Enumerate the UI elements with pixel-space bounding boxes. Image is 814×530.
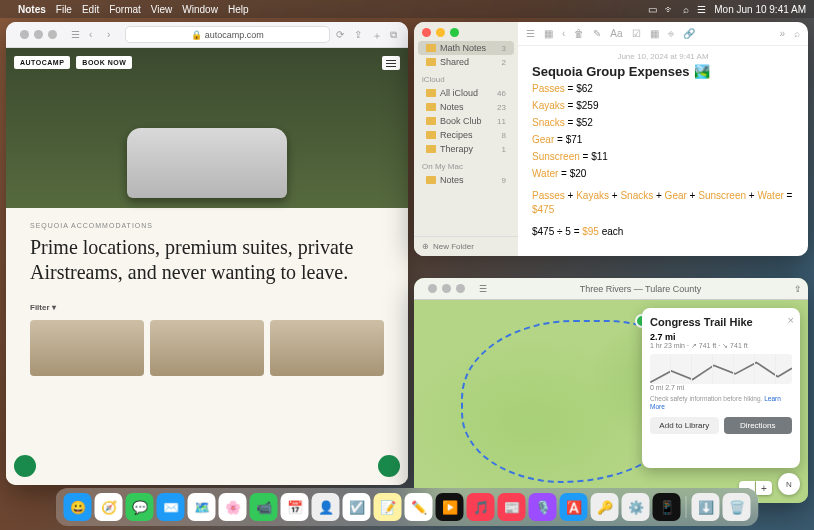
forward-icon[interactable]: ›	[107, 29, 119, 41]
dock-reminders[interactable]: ☑️	[343, 493, 371, 521]
dock-safari[interactable]: 🧭	[95, 493, 123, 521]
hike-name: Congress Trail Hike	[650, 316, 792, 328]
compass-icon[interactable]: N	[778, 473, 800, 495]
folder-therapy[interactable]: Therapy1	[418, 142, 514, 156]
dock-appstore[interactable]: 🅰️	[560, 493, 588, 521]
dock-photos[interactable]: 🌸	[219, 493, 247, 521]
folder-icon	[426, 176, 436, 184]
window-controls[interactable]	[420, 278, 473, 299]
menu-bar: Notes File Edit Format View Window Help …	[0, 0, 814, 18]
tabs-icon[interactable]: ⧉	[390, 29, 402, 41]
dock-maps[interactable]: 🗺️	[188, 493, 216, 521]
menu-window[interactable]: Window	[182, 4, 218, 15]
dock-finder[interactable]: 😀	[64, 493, 92, 521]
maps-window: ☰ Three Rivers — Tulare County ⇪ × Congr…	[414, 278, 808, 503]
dock-settings[interactable]: ⚙️	[622, 493, 650, 521]
format-icon[interactable]: Aa	[610, 28, 622, 39]
clock[interactable]: Mon Jun 10 9:41 AM	[714, 4, 806, 15]
accommodation-thumbs	[30, 320, 384, 376]
window-controls[interactable]	[414, 22, 518, 41]
new-note-icon[interactable]: ✎	[593, 28, 601, 39]
menu-edit[interactable]: Edit	[82, 4, 99, 15]
headline: Prime locations, premium suites, private…	[30, 235, 384, 285]
folder-math-notes[interactable]: Math Notes3	[418, 41, 514, 55]
dock-contacts[interactable]: 👤	[312, 493, 340, 521]
dock-music[interactable]: 🎵	[467, 493, 495, 521]
menu-view[interactable]: View	[151, 4, 173, 15]
menu-format[interactable]: Format	[109, 4, 141, 15]
dock-facetime[interactable]: 📹	[250, 493, 278, 521]
map-canvas[interactable]: × Congress Trail Hike 2.7 mi 1 hr 23 min…	[414, 300, 808, 503]
hamburger-icon[interactable]	[382, 56, 400, 70]
close-icon[interactable]: ×	[788, 314, 794, 326]
search-icon[interactable]: ⌕	[683, 4, 689, 15]
dock-news[interactable]: 📰	[498, 493, 526, 521]
dock-trash[interactable]: 🗑️	[723, 493, 751, 521]
reload-icon[interactable]: ⟳	[336, 29, 348, 41]
back-icon[interactable]: ‹	[89, 29, 101, 41]
checklist-icon[interactable]: ☑	[632, 28, 641, 39]
share-icon[interactable]: ⇪	[794, 284, 802, 294]
folder-notes[interactable]: Notes9	[418, 173, 514, 187]
note-content[interactable]: June 10, 2024 at 9:41 AM Sequoia Group E…	[518, 46, 808, 245]
accessibility-fab[interactable]	[378, 455, 400, 477]
filter-button[interactable]: Filter ▾	[30, 303, 384, 312]
thumb-2[interactable]	[150, 320, 264, 376]
address-bar[interactable]: 🔒 autocamp.com	[125, 26, 330, 43]
media-icon[interactable]: ⎆	[668, 28, 674, 39]
wifi-icon[interactable]: ᯤ	[665, 4, 675, 15]
folder-shared[interactable]: Shared2	[418, 55, 514, 69]
dock: 😀🧭💬✉️🗺️🌸📹📅👤☑️📝✏️▶️🎵📰🎙️🅰️🔑⚙️📱 ⬇️🗑️	[56, 488, 759, 526]
dock-iphone[interactable]: 📱	[653, 493, 681, 521]
new-folder-button[interactable]: ⊕ New Folder	[414, 236, 518, 256]
window-controls[interactable]	[12, 24, 65, 45]
book-now-button[interactable]: BOOK NOW	[76, 56, 132, 69]
notes-sidebar: Math Notes3Shared2 iCloud All iCloud46No…	[414, 22, 518, 256]
control-center-icon[interactable]: ☰	[697, 4, 706, 15]
dock-mail[interactable]: ✉️	[157, 493, 185, 521]
airstream-image	[127, 128, 287, 198]
brand-logo[interactable]: AUTOCAMP	[14, 56, 70, 69]
dock-tv[interactable]: ▶️	[436, 493, 464, 521]
dock-messages[interactable]: 💬	[126, 493, 154, 521]
hike-distance: 2.7 mi	[650, 332, 792, 342]
sidebar-icon[interactable]: ☰	[479, 284, 487, 294]
battery-icon[interactable]: ▭	[648, 4, 657, 15]
section-eyebrow: SEQUOIA ACCOMMODATIONS	[30, 222, 384, 229]
app-menu[interactable]: Notes	[18, 4, 46, 15]
share-icon[interactable]: ⇪	[354, 29, 366, 41]
dock-downloads[interactable]: ⬇️	[692, 493, 720, 521]
dock-podcasts[interactable]: 🎙️	[529, 493, 557, 521]
more-icon[interactable]: »	[779, 28, 785, 39]
dock-freeform[interactable]: ✏️	[405, 493, 433, 521]
hike-card: × Congress Trail Hike 2.7 mi 1 hr 23 min…	[642, 308, 800, 468]
elevation-chart	[650, 354, 792, 384]
menu-help[interactable]: Help	[228, 4, 249, 15]
section-mac: On My Mac	[414, 160, 518, 173]
newtab-icon[interactable]: ＋	[372, 29, 384, 41]
dock-calendar[interactable]: 📅	[281, 493, 309, 521]
view-grid-icon[interactable]: ▦	[544, 28, 553, 39]
thumb-1[interactable]	[30, 320, 144, 376]
link-icon[interactable]: 🔗	[683, 28, 695, 39]
view-list-icon[interactable]: ☰	[526, 28, 535, 39]
folder-icon	[426, 103, 436, 111]
thumb-3[interactable]	[270, 320, 384, 376]
folder-recipes[interactable]: Recipes8	[418, 128, 514, 142]
trash-icon[interactable]: 🗑	[574, 28, 584, 39]
dock-passwords[interactable]: 🔑	[591, 493, 619, 521]
safety-warning: Check safety information before hiking. …	[650, 395, 792, 411]
menu-file[interactable]: File	[56, 4, 72, 15]
directions-button[interactable]: Directions	[724, 417, 793, 434]
table-icon[interactable]: ▦	[650, 28, 659, 39]
folder-book-club[interactable]: Book Club11	[418, 114, 514, 128]
back-icon[interactable]: ‹	[562, 28, 565, 39]
search-icon[interactable]: ⌕	[794, 28, 800, 39]
folder-all-icloud[interactable]: All iCloud46	[418, 86, 514, 100]
folder-notes[interactable]: Notes23	[418, 100, 514, 114]
sidebar-icon[interactable]: ☰	[71, 29, 83, 41]
dock-notes[interactable]: 📝	[374, 493, 402, 521]
expense-snacks: Snacks = $52	[532, 116, 794, 130]
chat-fab[interactable]	[14, 455, 36, 477]
add-to-library-button[interactable]: Add to Library	[650, 417, 719, 434]
